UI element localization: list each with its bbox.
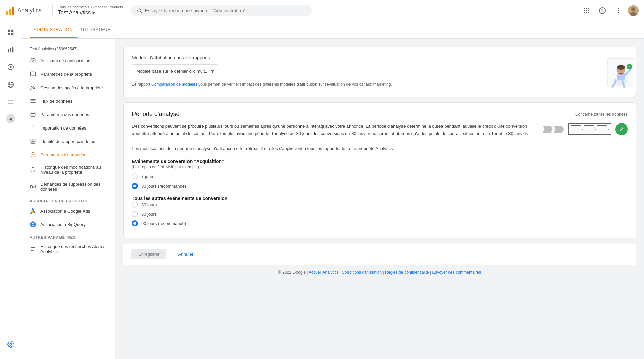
autres-30j-label: 30 jours [141, 202, 157, 207]
acquisition-events-subtitle: (first_open ou first_visit, par exemple) [132, 165, 628, 169]
sidebar-home-icon[interactable] [3, 24, 19, 40]
search-icon [137, 8, 142, 14]
sidebar-reports-icon[interactable] [3, 42, 19, 58]
autres-option-30j[interactable]: 30 jours [132, 202, 628, 208]
help-button[interactable]: ? [596, 4, 609, 17]
svg-rect-38 [31, 72, 36, 76]
nav-item-parametres-propriete[interactable]: Paramètres de la propriété [21, 67, 115, 81]
svg-rect-2 [12, 7, 14, 15]
nav-item-attribution-label: Paramètres d'attribution [40, 152, 87, 157]
nav-item-identite-rapport[interactable]: Identité du rapport par défaut [21, 135, 115, 148]
acquisition-option-30j[interactable]: 30 jours (recommandé) [132, 183, 628, 189]
acquisition-option-7j[interactable]: 7 jours [132, 173, 628, 180]
grey-arrow-1 [543, 126, 553, 133]
app-logo[interactable]: Analytics [5, 6, 42, 15]
footer-link-conditions[interactable]: Conditions d'utilisation [342, 270, 382, 275]
svg-rect-43 [31, 101, 36, 101]
more-options-button[interactable] [612, 4, 625, 17]
svg-rect-0 [6, 11, 8, 15]
svg-rect-5 [584, 8, 585, 9]
footer-link-accueil[interactable]: Accueil Analytics [309, 270, 338, 275]
svg-rect-35 [8, 102, 13, 102]
person-illustration-svg: ✓ [567, 55, 634, 95]
nav-item-assistant-label: Assistant de configuration [40, 58, 90, 63]
autres-events-title: Tous les autres événements de conversion [132, 196, 628, 201]
nav-item-bigquery[interactable]: Association à BigQuery [21, 218, 115, 231]
autres-option-60j[interactable]: 60 jours [132, 211, 628, 217]
nav-item-importation-donnees[interactable]: Importation de données [21, 121, 115, 135]
attribution-model-title: Modèle d'attribution dans les rapports [132, 55, 562, 60]
dropdown-selected-label: Modèle basé sur le dernier clic mult... [136, 69, 208, 74]
svg-point-41 [34, 86, 35, 88]
radio-autres-30j-circle [132, 202, 138, 208]
svg-point-40 [32, 86, 33, 88]
sidebar-explore-icon[interactable] [3, 59, 19, 75]
svg-rect-23 [8, 33, 10, 35]
nav-item-google-ads[interactable]: Association à Google Ads [21, 204, 115, 218]
svg-rect-13 [588, 12, 589, 13]
cancel-button[interactable]: Annuler [172, 249, 200, 259]
nav-item-flux-donnees[interactable]: Flux de données [21, 94, 115, 108]
save-button[interactable]: Enregistrer [131, 249, 166, 259]
user-avatar[interactable] [628, 5, 639, 16]
breadcrumb-area: Tous les comptes > E-monsite Products Te… [58, 5, 123, 16]
svg-rect-34 [8, 100, 13, 101]
nav-item-demandes-suppression[interactable]: Dd Demandes de suppression des données [21, 178, 115, 195]
nav-item-gestion-acces[interactable]: Gestion des accès à la propriété [21, 81, 115, 94]
left-sidebar: ◀ [0, 21, 21, 359]
autres-events-section: Tous les autres événements de conversion… [132, 196, 628, 226]
svg-rect-1 [9, 9, 11, 15]
attribution-model-dropdown[interactable]: Modèle basé sur le dernier clic mult... … [132, 64, 218, 78]
autres-90j-label: 90 jours (recommandé) [141, 221, 186, 226]
search-bar[interactable] [131, 5, 312, 16]
arrow-visualization: ✓ [543, 123, 628, 135]
illustration-image: ✓ [567, 55, 628, 89]
svg-text:?: ? [601, 8, 603, 13]
acquisition-events-title: Événements de conversion "Acquisition" [132, 159, 628, 164]
sidebar-settings-icon[interactable] [3, 336, 19, 352]
svg-rect-47 [33, 139, 35, 141]
top-nav-actions: ? [580, 4, 639, 17]
nav-item-assistant[interactable]: Assistant de configuration [21, 54, 115, 67]
radio-30j-circle [132, 183, 138, 189]
collapse-left-button[interactable]: ◀ [6, 114, 15, 123]
property-section-title: Test Analytics (259862547) [21, 44, 115, 54]
nav-item-bigquery-label: Association à BigQuery [40, 222, 86, 227]
apps-grid-button[interactable] [580, 4, 593, 17]
main-container: ADMINISTRATION UTILISATEUR Test Analytic… [21, 21, 644, 359]
svg-text:✓: ✓ [628, 65, 631, 69]
comparaison-models-link[interactable]: Comparaison de modèles [151, 82, 197, 87]
nav-item-parametres-donnees-label: Paramètres des données [40, 112, 89, 117]
tab-utilisateur[interactable]: UTILISATEUR [77, 21, 115, 38]
delete-icon: Dd [30, 183, 36, 190]
search-input[interactable] [145, 8, 307, 13]
grey-arrow-2 [554, 126, 564, 133]
account-selector[interactable]: Test Analytics ▾ [58, 9, 123, 16]
nav-item-historique-label: Historique des modifications au niveau d… [40, 165, 107, 175]
periode-title: Période d'analyse [132, 111, 180, 118]
periode-description-row: Des conversions peuvent se produire plus… [132, 123, 628, 141]
svg-rect-36 [8, 104, 13, 104]
nav-item-historique-modifications[interactable]: Historique des modifications au niveau d… [21, 161, 115, 178]
radio-autres-90j-circle [132, 220, 138, 226]
nav-item-historique-recherches[interactable]: Historique des recherches Alertes Analyt… [21, 241, 115, 257]
account-name-text: Test Analytics [58, 10, 91, 16]
tab-administration[interactable]: ADMINISTRATION [30, 21, 77, 38]
sidebar-list-icon[interactable] [3, 94, 19, 110]
autres-option-90j[interactable]: 90 jours (recommandé) [132, 220, 628, 226]
grey-arrows-group [543, 126, 564, 133]
footer-link-confidentialite[interactable]: Règles de confidentialité [385, 270, 429, 275]
dropdown-arrow-icon: ▾ [211, 67, 214, 75]
svg-rect-6 [586, 8, 587, 9]
upload-icon [30, 124, 36, 131]
svg-rect-42 [31, 99, 36, 100]
footer-link-commentaires[interactable]: Envoyer des commentaires [432, 270, 481, 275]
nav-item-parametres-attribution[interactable]: Paramètres d'attribution [21, 148, 115, 161]
outlined-arrow-1 [571, 125, 583, 133]
sidebar-advertising-icon[interactable] [3, 76, 19, 93]
nav-item-parametres-propriete-label: Paramètres de la propriété [40, 72, 92, 77]
check-circle-icon: ✓ [615, 123, 628, 135]
svg-rect-8 [584, 10, 585, 11]
nav-item-parametres-donnees[interactable]: Paramètres des données [21, 108, 115, 121]
svg-rect-9 [586, 10, 587, 11]
